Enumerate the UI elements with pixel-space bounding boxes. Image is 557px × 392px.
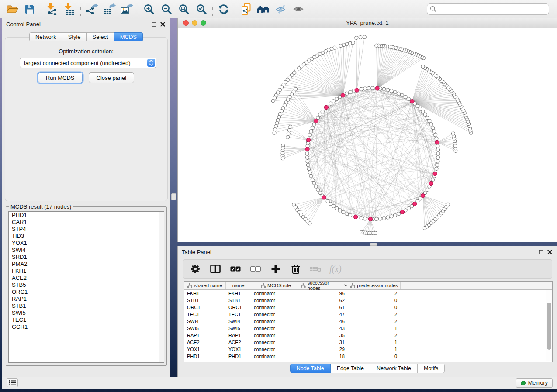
float-panel-icon[interactable] — [537, 248, 544, 255]
ring-node[interactable] — [329, 202, 332, 206]
window-maximize-button[interactable] — [201, 20, 206, 26]
mcds-result-item[interactable]: YOX1 — [9, 240, 164, 247]
table-row[interactable]: ACE2ACE2connector311 — [184, 339, 552, 346]
mcds-hub-node[interactable] — [305, 147, 309, 151]
save-session-button[interactable] — [21, 2, 38, 17]
leaf-node[interactable] — [271, 99, 275, 103]
mcds-hub-node[interactable] — [433, 172, 437, 176]
leaf-node[interactable] — [421, 65, 425, 69]
hide-details-button[interactable] — [272, 2, 290, 17]
refresh-button[interactable] — [215, 2, 232, 17]
ring-node[interactable] — [404, 95, 407, 99]
ring-node[interactable] — [397, 92, 400, 95]
ring-node[interactable] — [393, 90, 397, 94]
leaf-node[interactable] — [374, 231, 377, 235]
zoom-in-button[interactable] — [140, 2, 158, 17]
mcds-hub-node[interactable] — [307, 138, 311, 142]
mcds-result-item[interactable]: SWI5 — [9, 309, 164, 316]
mcds-hub-node[interactable] — [375, 86, 379, 90]
ring-node[interactable] — [326, 199, 329, 203]
ring-node[interactable] — [360, 217, 363, 220]
mcds-result-item[interactable]: ACE2 — [9, 275, 164, 282]
leaf-node[interactable] — [281, 157, 284, 160]
ring-node[interactable] — [363, 87, 367, 90]
leaf-node[interactable] — [351, 41, 355, 45]
ring-node[interactable] — [429, 123, 433, 126]
ring-node[interactable] — [312, 181, 316, 185]
ring-node[interactable] — [419, 107, 422, 110]
ring-node[interactable] — [307, 167, 311, 171]
ring-node[interactable] — [397, 212, 400, 216]
ring-node[interactable] — [309, 130, 313, 133]
ring-node[interactable] — [435, 137, 438, 140]
mcds-hub-node[interactable] — [354, 215, 358, 219]
ring-node[interactable] — [345, 92, 349, 95]
ring-node[interactable] — [436, 159, 439, 163]
control-tab-mcds[interactable]: MCDS — [114, 32, 143, 41]
zoom-fit-button[interactable] — [175, 2, 193, 17]
ring-node[interactable] — [382, 217, 386, 220]
table-row[interactable]: FKH1FKH1dominator962 — [184, 290, 552, 297]
leaf-node[interactable] — [359, 36, 362, 39]
ring-node[interactable] — [428, 119, 431, 123]
leaf-node[interactable] — [273, 128, 277, 131]
ring-node[interactable] — [436, 163, 439, 167]
mcds-result-item[interactable]: GCR1 — [9, 323, 164, 330]
table-scrollbar-thumb[interactable] — [547, 303, 551, 350]
deselect-all-button[interactable] — [249, 262, 262, 275]
column-header-shared-name[interactable]: shared name — [184, 282, 226, 289]
mcds-result-item[interactable]: STB5 — [9, 282, 164, 289]
ring-node[interactable] — [386, 216, 390, 219]
column-header-MCDS-role[interactable]: MCDS role — [251, 282, 301, 289]
zoom-out-button[interactable] — [158, 2, 175, 17]
mcds-result-item[interactable]: TEC1 — [9, 316, 164, 323]
control-tab-select[interactable]: Select — [87, 32, 114, 41]
ring-node[interactable] — [338, 209, 342, 212]
ring-node[interactable] — [426, 188, 429, 191]
ring-node[interactable] — [434, 133, 437, 137]
ring-node[interactable] — [332, 204, 335, 208]
ring-node[interactable] — [349, 213, 352, 217]
ring-node[interactable] — [390, 89, 393, 93]
ring-node[interactable] — [390, 215, 393, 218]
table-tab-edge-table[interactable]: Edge Table — [331, 364, 370, 373]
mcds-hub-node[interactable] — [413, 202, 417, 206]
ring-node[interactable] — [305, 152, 309, 155]
mcds-result-item[interactable]: PMA2 — [9, 261, 164, 268]
leaf-node[interactable] — [287, 129, 291, 132]
table-row[interactable]: PHD1PHD1dominator180 — [184, 353, 552, 360]
list-scrollbar[interactable] — [159, 212, 164, 362]
show-details-button[interactable] — [290, 2, 307, 17]
ring-node[interactable] — [311, 178, 314, 181]
table-row[interactable]: TEC1TEC1connector472 — [184, 311, 552, 318]
ring-node[interactable] — [332, 100, 335, 103]
leaf-node[interactable] — [287, 132, 290, 135]
mcds-hub-node[interactable] — [341, 93, 345, 97]
ring-node[interactable] — [305, 156, 309, 159]
ring-node[interactable] — [308, 133, 311, 137]
table-row[interactable]: STB1STB1dominator620 — [184, 297, 552, 304]
mcds-result-item[interactable]: SWI4 — [9, 247, 164, 254]
leaf-node[interactable] — [289, 125, 292, 129]
ring-node[interactable] — [367, 86, 370, 90]
column-header-successor-nodes[interactable]: successor nodes — [301, 282, 348, 289]
ring-node[interactable] — [360, 87, 363, 91]
table-tab-node-table[interactable]: Node Table — [290, 364, 331, 373]
table-tab-motifs[interactable]: Motifs — [418, 364, 445, 373]
home-networks-button[interactable] — [255, 2, 272, 17]
mcds-result-item[interactable]: CAR1 — [9, 219, 164, 226]
mcds-result-item[interactable]: TID3 — [9, 233, 164, 240]
vertical-splitter-grip[interactable] — [171, 193, 176, 200]
leaf-node[interactable] — [363, 35, 366, 39]
window-close-button[interactable] — [183, 20, 189, 26]
show-columns-button[interactable] — [209, 262, 222, 275]
select-all-button[interactable] — [229, 262, 242, 275]
import-table-button[interactable] — [61, 2, 78, 17]
control-tab-network[interactable]: Network — [29, 32, 62, 41]
leaf-node[interactable] — [451, 132, 455, 135]
table-row[interactable]: ORC1ORC1dominator610 — [184, 304, 552, 311]
network-window-titlebar[interactable]: YPA_prune.txt_1 — [178, 18, 557, 28]
ring-node[interactable] — [378, 217, 382, 220]
ring-node[interactable] — [314, 185, 318, 188]
mcds-hub-node[interactable] — [322, 196, 326, 199]
